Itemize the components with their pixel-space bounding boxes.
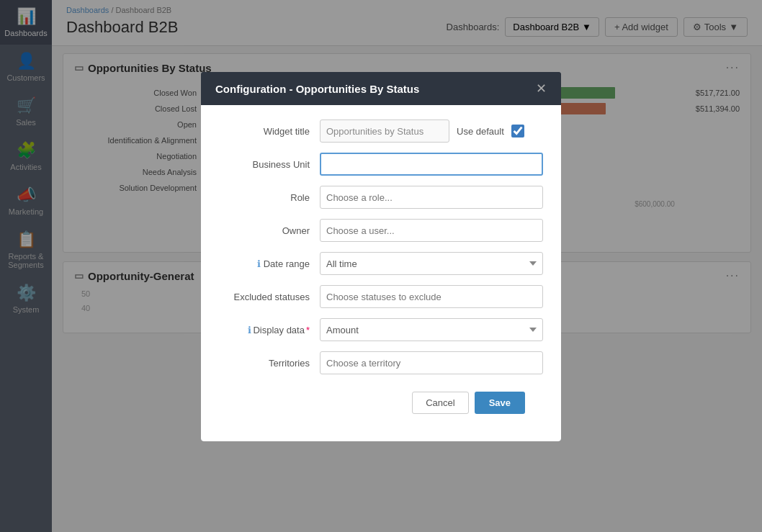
form-row-territories: Territories	[219, 351, 543, 374]
modal-close-button[interactable]: ✕	[536, 82, 547, 95]
date-range-info-icon: ℹ	[257, 258, 261, 269]
configuration-modal: Configuration - Opportunities By Status …	[201, 72, 561, 441]
display-data-info-icon: ℹ	[248, 325, 251, 335]
modal-header: Configuration - Opportunities By Status …	[201, 72, 561, 105]
role-input[interactable]	[320, 186, 543, 209]
excluded-statuses-input[interactable]	[320, 285, 543, 308]
role-label: Role	[219, 192, 320, 203]
form-row-widget-title: Widget title Use default	[219, 120, 543, 143]
modal-overlay[interactable]: Configuration - Opportunities By Status …	[0, 0, 762, 532]
form-row-role: Role	[219, 186, 543, 209]
cancel-button[interactable]: Cancel	[412, 392, 468, 414]
form-row-display-data: ℹ Display data * AmountCount	[219, 318, 543, 341]
use-default-checkbox-wrapper	[511, 125, 524, 137]
save-button[interactable]: Save	[475, 392, 525, 414]
display-data-select[interactable]: AmountCount	[320, 318, 543, 341]
owner-input[interactable]	[320, 219, 543, 242]
modal-footer: Cancel Save	[219, 384, 543, 427]
territories-label: Territories	[219, 358, 320, 369]
display-data-label: ℹ Display data *	[219, 325, 320, 335]
excluded-statuses-label: Excluded statuses	[219, 292, 320, 302]
business-unit-label: Business Unit	[219, 159, 320, 170]
modal-body: Widget title Use default Business Unit R…	[201, 105, 561, 441]
form-row-excluded-statuses: Excluded statuses	[219, 285, 543, 308]
required-star: *	[306, 325, 310, 335]
use-default-checkbox[interactable]	[511, 125, 524, 137]
form-row-business-unit: Business Unit	[219, 153, 543, 176]
form-row-date-range: ℹ Date range All timeTodayThis weekThis …	[219, 252, 543, 275]
widget-title-input[interactable]	[320, 120, 449, 143]
use-default-label: Use default	[457, 126, 504, 137]
modal-title: Configuration - Opportunities By Status	[215, 83, 419, 95]
form-row-owner: Owner	[219, 219, 543, 242]
owner-label: Owner	[219, 225, 320, 236]
territories-input[interactable]	[320, 351, 543, 374]
business-unit-input[interactable]	[320, 153, 543, 176]
widget-title-label: Widget title	[219, 126, 320, 137]
widget-title-row: Use default	[320, 120, 524, 143]
date-range-label: ℹ Date range	[219, 258, 320, 269]
date-range-select[interactable]: All timeTodayThis weekThis monthThis qua…	[320, 252, 543, 275]
